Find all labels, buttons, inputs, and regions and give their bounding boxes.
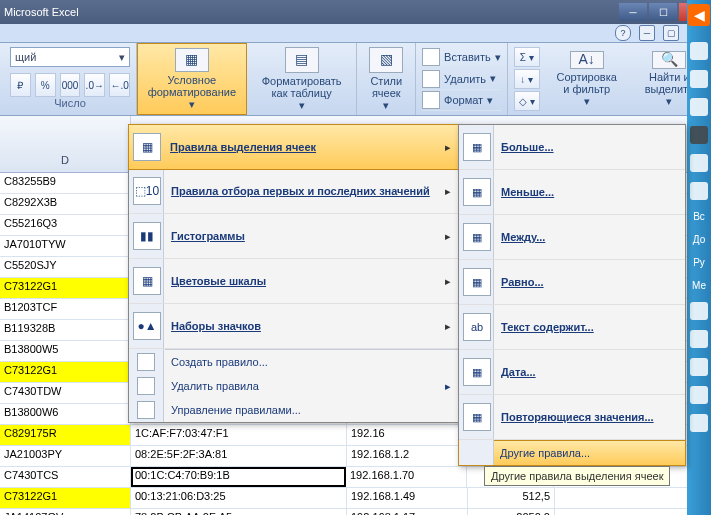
less-than-item[interactable]: ▦Меньше... — [459, 170, 685, 215]
conditional-formatting-button[interactable]: ▦ Условное форматирование ▾ — [137, 43, 247, 115]
cell-g[interactable]: 2050,0 — [468, 509, 555, 515]
side-icon-7[interactable] — [690, 302, 708, 320]
color-scales-item[interactable]: ▦Цветовые шкалы▸ — [129, 259, 459, 304]
help-bar: ? ─ ▢ ✕ — [0, 24, 711, 43]
number-group-label: Число — [10, 97, 130, 111]
side-icon-1[interactable] — [690, 42, 708, 60]
sort-icon: A↓ — [570, 51, 604, 69]
clear-rules-item[interactable]: Удалить правила▸ — [129, 374, 459, 398]
cell-d[interactable]: B13800W5 — [0, 341, 131, 361]
cell-d[interactable]: C8292X3B — [0, 194, 131, 214]
side-text-4[interactable]: Ме — [692, 279, 706, 292]
side-icon-11[interactable] — [690, 414, 708, 432]
cell-f[interactable]: 192.168.1.17 — [347, 509, 468, 515]
sidebar-expand-icon[interactable]: ◀ — [688, 4, 710, 26]
app-title: Microsoft Excel — [4, 6, 79, 18]
cell-d[interactable]: JA7010TYW — [0, 236, 131, 256]
side-icon-8[interactable] — [690, 330, 708, 348]
side-icon-5[interactable] — [690, 154, 708, 172]
side-icon-10[interactable] — [690, 386, 708, 404]
autosum-btn[interactable]: Σ ▾ — [514, 47, 540, 67]
highlight-rules-item[interactable]: ▦Правила выделения ячеек▸ — [128, 124, 460, 170]
cell-d[interactable]: C73122G1 — [0, 278, 131, 298]
cell-g[interactable]: 512,5 — [468, 488, 555, 508]
between-item[interactable]: ▦Между... — [459, 215, 685, 260]
format-as-table-button[interactable]: ▤ Форматировать как таблицу ▾ — [247, 43, 358, 115]
titlebar: Microsoft Excel ─ ☐ ✕ — [0, 0, 711, 24]
side-text-3[interactable]: Ру — [693, 256, 705, 269]
cell-e[interactable]: 1C:AF:F7:03:47:F1 — [131, 425, 347, 445]
manage-icon — [137, 401, 155, 419]
inc-decimal-btn[interactable]: .0→ — [84, 73, 105, 97]
cell-f[interactable]: 192.168.1.2 — [347, 446, 468, 466]
col-header-D[interactable]: D — [0, 116, 131, 172]
cell-e[interactable]: 00:13:21:06:D3:25 — [131, 488, 347, 508]
cell-d[interactable]: C73122G1 — [0, 362, 131, 382]
cell-d[interactable]: C73122G1 — [0, 488, 131, 508]
bars-icon: ▮▮ — [133, 222, 161, 250]
tooltip: Другие правила выделения ячеек — [484, 466, 670, 486]
cell-e[interactable]: 00:1C:C4:70:B9:1B — [131, 467, 346, 487]
cell-d[interactable]: C55216Q3 — [0, 215, 131, 235]
number-format-combo[interactable]: щий▾ — [10, 47, 130, 67]
currency-btn[interactable]: ₽ — [10, 73, 31, 97]
side-icon-9[interactable] — [690, 358, 708, 376]
side-icon-3[interactable] — [690, 98, 708, 116]
table-row[interactable]: C73122G100:13:21:06:D3:25192.168.1.49512… — [0, 488, 711, 509]
highlight-rules-submenu: ▦Больше... ▦Меньше... ▦Между... ▦Равно..… — [458, 124, 686, 466]
cell-f[interactable]: 192.16 — [347, 425, 468, 445]
cell-d[interactable]: C5520SJY — [0, 257, 131, 277]
cell-f[interactable]: 192.168.1.49 — [347, 488, 468, 508]
side-icon-6[interactable] — [690, 182, 708, 200]
window-options-icon[interactable]: ─ — [639, 25, 655, 41]
date-item[interactable]: ▦Дата... — [459, 350, 685, 395]
top-bottom-item[interactable]: ⬚10Правила отбора первых и последних зна… — [129, 169, 459, 214]
new-rule-item[interactable]: Создать правило... — [129, 350, 459, 374]
sort-filter-button[interactable]: A↓ Сортировка и фильтр ▾ — [546, 47, 628, 111]
cell-styles-button[interactable]: ▧ Стили ячеек ▾ — [357, 43, 416, 115]
cell-d[interactable]: JA21003PY — [0, 446, 131, 466]
cell-e[interactable]: 78:2B:CB:AA:0F:A5 — [131, 509, 347, 515]
minimize-button[interactable]: ─ — [619, 3, 647, 21]
delete-btn[interactable]: Удалить ▾ — [422, 69, 501, 90]
cells-group: Вставить ▾ Удалить ▾ Формат ▾ — [416, 43, 508, 115]
clear-btn[interactable]: ◇ ▾ — [514, 91, 540, 111]
cell-d[interactable]: B119328B — [0, 320, 131, 340]
cell-d[interactable]: C83255B9 — [0, 173, 131, 193]
ribbon-toggle-icon[interactable]: ▢ — [663, 25, 679, 41]
equal-item[interactable]: ▦Равно... — [459, 260, 685, 305]
text-contains-item[interactable]: abТекст содержит... — [459, 305, 685, 350]
cell-f[interactable]: 192.168.1.70 — [346, 467, 467, 487]
cell-e[interactable]: 08:2E:5F:2F:3A:81 — [131, 446, 347, 466]
side-icon-4[interactable] — [690, 126, 708, 144]
dec-decimal-btn[interactable]: ←.0 — [109, 73, 130, 97]
icon-sets-item[interactable]: ●▲Наборы значков▸ — [129, 304, 459, 349]
cond-format-icon: ▦ — [175, 48, 209, 72]
data-bars-item[interactable]: ▮▮Гистограммы▸ — [129, 214, 459, 259]
side-icon-2[interactable] — [690, 70, 708, 88]
side-text-2[interactable]: До — [693, 233, 705, 246]
cell-d[interactable]: B13800W6 — [0, 404, 131, 424]
cell-d[interactable]: JA14107QV — [0, 509, 131, 515]
scales-icon: ▦ — [133, 267, 161, 295]
cell-d[interactable]: C7430TDW — [0, 383, 131, 403]
help-icon[interactable]: ? — [615, 25, 631, 41]
cell-d[interactable]: C829175R — [0, 425, 131, 445]
date-icon: ▦ — [463, 358, 491, 386]
greater-than-item[interactable]: ▦Больше... — [459, 125, 685, 170]
insert-btn[interactable]: Вставить ▾ — [422, 47, 501, 68]
right-sidebar: ◀ Вс До Ру Ме — [687, 0, 711, 515]
percent-btn[interactable]: % — [35, 73, 56, 97]
comma-btn[interactable]: 000 — [60, 73, 81, 97]
gt-icon: ▦ — [463, 133, 491, 161]
format-btn[interactable]: Формат ▾ — [422, 90, 501, 111]
manage-rules-item[interactable]: Управление правилами... — [129, 398, 459, 422]
fill-btn[interactable]: ↓ ▾ — [514, 69, 540, 89]
cell-d[interactable]: C7430TCS — [0, 467, 131, 487]
duplicate-item[interactable]: ▦Повторяющиеся значения... — [459, 395, 685, 440]
maximize-button[interactable]: ☐ — [649, 3, 677, 21]
table-row[interactable]: JA14107QV78:2B:CB:AA:0F:A5192.168.1.1720… — [0, 509, 711, 515]
side-text-1[interactable]: Вс — [693, 210, 705, 223]
clear-icon — [137, 377, 155, 395]
cell-d[interactable]: B1203TCF — [0, 299, 131, 319]
